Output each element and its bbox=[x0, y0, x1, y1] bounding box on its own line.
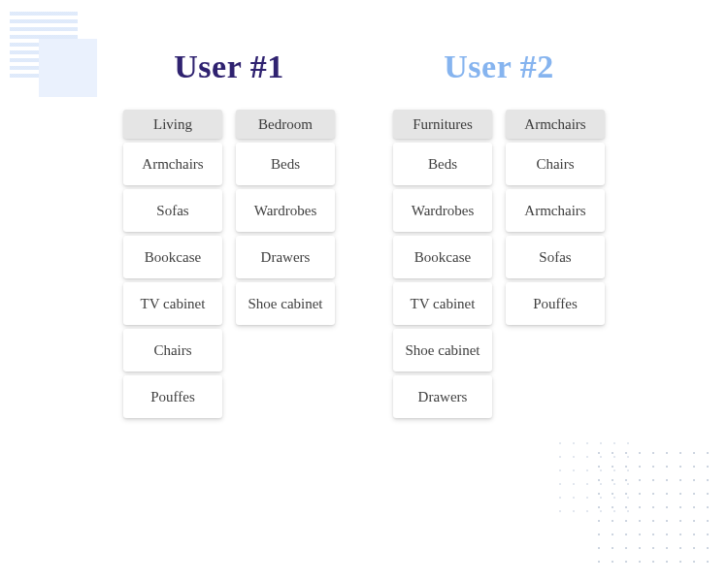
card[interactable]: Armchairs bbox=[123, 143, 222, 185]
card[interactable]: Shoe cabinet bbox=[236, 282, 335, 325]
card[interactable]: Bookcase bbox=[393, 236, 492, 278]
card[interactable]: Pouffes bbox=[123, 375, 222, 418]
card[interactable]: Wardrobes bbox=[393, 189, 492, 232]
user-2-columns: Furnitures Beds Wardrobes Bookcase TV ca… bbox=[393, 110, 605, 418]
user-group-1: User #1 Living Armchairs Sofas Bookcase … bbox=[123, 48, 335, 582]
card[interactable]: Shoe cabinet bbox=[393, 329, 492, 372]
card[interactable]: Bookcase bbox=[123, 236, 222, 278]
card[interactable]: TV cabinet bbox=[123, 282, 222, 325]
card[interactable]: Drawers bbox=[236, 236, 335, 278]
card[interactable]: TV cabinet bbox=[393, 282, 492, 325]
card[interactable]: Beds bbox=[236, 143, 335, 185]
card[interactable]: Sofas bbox=[506, 236, 605, 278]
column-header[interactable]: Furnitures bbox=[393, 110, 492, 139]
card[interactable]: Wardrobes bbox=[236, 189, 335, 232]
stage: User #1 Living Armchairs Sofas Bookcase … bbox=[0, 0, 728, 582]
user-2-col-0: Furnitures Beds Wardrobes Bookcase TV ca… bbox=[393, 110, 492, 418]
card[interactable]: Beds bbox=[393, 143, 492, 185]
column-header[interactable]: Bedroom bbox=[236, 110, 335, 139]
user-1-columns: Living Armchairs Sofas Bookcase TV cabin… bbox=[123, 110, 335, 418]
user-2-col-1: Armchairs Chairs Armchairs Sofas Pouffes bbox=[506, 110, 605, 418]
card[interactable]: Chairs bbox=[506, 143, 605, 185]
user-1-col-0: Living Armchairs Sofas Bookcase TV cabin… bbox=[123, 110, 222, 418]
user-1-col-1: Bedroom Beds Wardrobes Drawers Shoe cabi… bbox=[236, 110, 335, 418]
card[interactable]: Chairs bbox=[123, 329, 222, 372]
column-header[interactable]: Living bbox=[123, 110, 222, 139]
user-2-title: User #2 bbox=[444, 48, 553, 85]
card[interactable]: Pouffes bbox=[506, 282, 605, 325]
column-header[interactable]: Armchairs bbox=[506, 110, 605, 139]
card[interactable]: Sofas bbox=[123, 189, 222, 232]
card[interactable]: Drawers bbox=[393, 375, 492, 418]
user-group-2: User #2 Furnitures Beds Wardrobes Bookca… bbox=[393, 48, 605, 582]
user-1-title: User #1 bbox=[174, 48, 283, 85]
card[interactable]: Armchairs bbox=[506, 189, 605, 232]
